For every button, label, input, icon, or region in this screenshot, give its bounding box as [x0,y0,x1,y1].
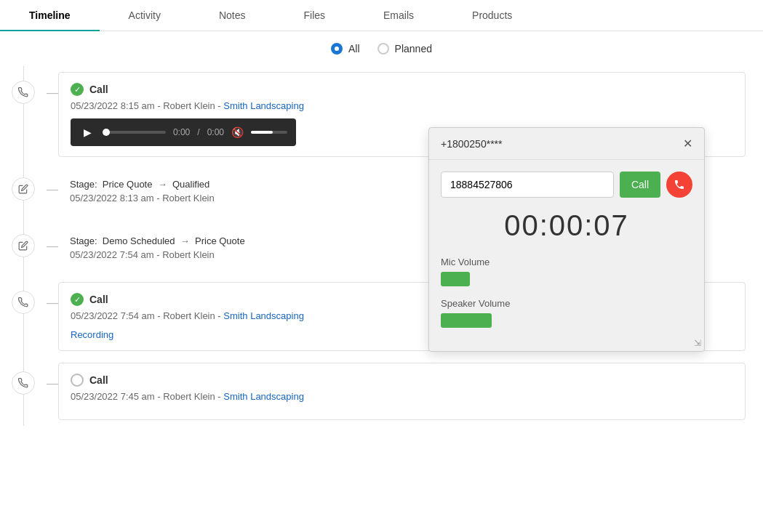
call-green-button[interactable]: Call [620,172,660,198]
tab-emails[interactable]: Emails [354,0,443,31]
company-link-3[interactable]: Smith Landscaping [223,310,304,321]
speaker-volume-section: Speaker Volume [441,298,692,328]
icon-col-0 [0,66,47,104]
recording-link-3[interactable]: Recording [71,329,113,340]
company-link-0[interactable]: Smith Landscaping [223,100,304,111]
filter-row: All Planned [0,31,763,66]
call-card-4: Call 05/23/2022 7:45 am - Robert Klein -… [58,363,746,420]
dash-2: — [47,219,58,253]
dash-3: — [47,276,58,310]
popup-header: +1800250**** ✕ [429,128,704,160]
radio-all-icon [331,43,343,55]
timeline-row-4: — Call 05/23/2022 7:45 am - Robert Klein… [0,357,751,426]
dash-1: — [47,163,58,196]
call-meta-4: 05/23/2022 7:45 am - Robert Klein - Smit… [71,391,733,402]
tab-files[interactable]: Files [274,0,354,31]
dash-4: — [47,357,58,390]
progress-track-0[interactable] [103,131,166,134]
call-meta-0: 05/23/2022 8:15 am - Robert Klein - Smit… [71,100,733,111]
phone-popup: +1800250**** ✕ Call 00:00:07 Mic Volume … [428,127,705,352]
radio-planned-icon [377,43,389,55]
mic-volume-bar [441,272,470,286]
call-timer: 00:00:07 [441,209,692,242]
filter-all[interactable]: All [331,43,360,55]
icon-col-1 [0,163,47,201]
tab-timeline[interactable]: Timeline [0,0,100,31]
call-title-0: Call [89,84,108,95]
speaker-volume-label: Speaker Volume [441,298,692,309]
arrow-icon-1: → [158,179,167,190]
hangup-button[interactable] [666,172,692,198]
circle-icon-4 [71,374,84,387]
mic-volume-section: Mic Volume [441,257,692,286]
call-title-4: Call [89,374,108,386]
popup-body: Call 00:00:07 Mic Volume Speaker Volume [429,160,704,351]
progress-dot-0 [103,129,110,136]
time-sep-0: / [197,127,199,137]
duration-display-0: 0:00 [207,127,224,137]
call-title-3: Call [89,294,108,305]
popup-close-button[interactable]: ✕ [683,137,692,150]
icon-col-2 [0,219,47,257]
call-header-4: Call [71,374,733,387]
popup-resize-handle[interactable]: ⇲ [694,338,701,348]
call-header-0: ✓ Call [71,83,733,96]
play-button-0[interactable]: ▶ [79,124,95,140]
phone-icon-0 [12,81,35,104]
check-icon-0: ✓ [71,83,84,96]
speaker-volume-bar [441,313,492,328]
phone-icon-4 [12,371,35,395]
edit-icon-1 [12,177,35,201]
mic-volume-label: Mic Volume [441,257,692,267]
mute-icon-0[interactable]: 🔇 [231,126,244,138]
icon-col-3 [0,276,47,314]
popup-phone-number: +1800250**** [441,138,502,150]
filter-planned[interactable]: Planned [377,43,432,55]
volume-fill-0 [251,131,273,134]
arrow-icon-2: → [180,235,190,246]
phone-icon-3 [12,291,35,314]
company-link-4[interactable]: Smith Landscaping [223,391,304,402]
tab-notes[interactable]: Notes [190,0,275,31]
tab-bar: Timeline Activity Notes Files Emails Pro… [0,0,763,31]
tab-products[interactable]: Products [443,0,541,31]
volume-track-0[interactable] [251,131,287,134]
dash-0: — [47,66,58,100]
time-display-0: 0:00 [173,127,190,137]
dialer-input[interactable] [441,172,614,198]
dialer-row: Call [441,172,692,198]
tab-activity[interactable]: Activity [100,0,190,31]
audio-player-0: ▶ 0:00 / 0:00 🔇 [71,118,296,146]
edit-icon-2 [12,234,35,257]
check-icon-3: ✓ [71,293,84,306]
icon-col-4 [0,357,47,395]
